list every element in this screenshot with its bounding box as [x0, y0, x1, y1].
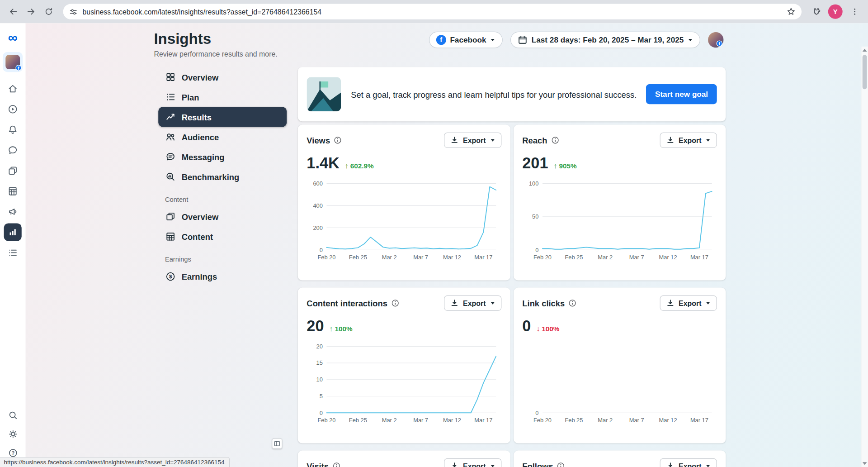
pages-icon: [165, 211, 176, 222]
extensions-button[interactable]: [808, 4, 824, 19]
nav-item-messaging[interactable]: Messaging: [158, 147, 287, 167]
reach-line-chart: 050100Feb 20Feb 25Mar 2Mar 7Mar 12Mar 17: [522, 179, 717, 263]
download-icon: [666, 136, 675, 145]
export-button[interactable]: Export: [660, 295, 717, 311]
svg-text:0: 0: [320, 410, 323, 416]
svg-text:0: 0: [535, 247, 538, 253]
rail-all-tools-button[interactable]: [4, 244, 22, 262]
export-button[interactable]: Export: [444, 133, 501, 148]
follows-card: Follows Export: [514, 451, 726, 467]
svg-text:Mar 17: Mar 17: [474, 254, 492, 261]
nav-item-label: Plan: [182, 92, 199, 102]
rail-insights-button[interactable]: [4, 223, 22, 241]
visits-card: Visits Export: [298, 451, 510, 467]
info-icon[interactable]: [334, 136, 342, 144]
start-new-goal-button[interactable]: Start new goal: [646, 84, 717, 104]
svg-text:Mar 2: Mar 2: [598, 417, 613, 424]
chevron-down-icon: [490, 463, 495, 467]
export-button[interactable]: Export: [660, 458, 717, 467]
search-icon: [8, 410, 18, 420]
results-chart-icon: [165, 111, 176, 122]
svg-text:Mar 7: Mar 7: [413, 417, 428, 424]
rail-home-button[interactable]: [4, 80, 22, 97]
down-arrow-icon: ↓: [537, 325, 540, 333]
scrollbar-thumb[interactable]: [863, 55, 867, 89]
rail-notifications-button[interactable]: [4, 121, 22, 138]
svg-text:0: 0: [535, 410, 538, 416]
nav-item-benchmarking[interactable]: Benchmarking: [158, 167, 287, 187]
export-button[interactable]: Export: [660, 133, 717, 148]
calendar-icon: [518, 35, 528, 45]
meta-logo[interactable]: ∞: [8, 31, 18, 44]
nav-item-earnings[interactable]: $ Earnings: [158, 267, 287, 286]
asset-selector-button[interactable]: f Facebook: [429, 32, 503, 48]
nav-item-results[interactable]: Results: [158, 107, 287, 127]
info-icon[interactable]: [551, 136, 559, 144]
browser-menu-button[interactable]: [847, 4, 862, 19]
forward-button[interactable]: [23, 4, 38, 19]
scroll-up-arrow[interactable]: [863, 49, 867, 52]
home-icon: [7, 83, 18, 94]
nav-item-content[interactable]: Content: [158, 227, 287, 247]
date-range-button[interactable]: Last 28 days: Feb 20, 2025 – Mar 19, 202…: [510, 32, 700, 48]
info-icon[interactable]: [557, 462, 565, 467]
svg-text:Mar 7: Mar 7: [413, 254, 428, 261]
address-bar[interactable]: business.facebook.com/latest/insights/re…: [63, 4, 802, 19]
svg-text:Mar 12: Mar 12: [659, 417, 677, 424]
list-menu-icon: [7, 247, 18, 258]
rail-inbox-button[interactable]: [4, 141, 22, 159]
metric-value: 1.4K: [307, 155, 339, 172]
goal-illustration: [307, 77, 341, 111]
info-icon[interactable]: [392, 299, 399, 307]
back-icon: [8, 6, 19, 17]
rail-business-avatar[interactable]: f: [3, 52, 23, 72]
nav-item-content-overview[interactable]: Overview: [158, 207, 287, 227]
table-icon: [7, 186, 18, 196]
nav-item-label: Benchmarking: [182, 172, 240, 181]
bookmark-star-icon[interactable]: [786, 7, 796, 17]
export-button[interactable]: Export: [444, 458, 501, 467]
info-icon[interactable]: [569, 299, 576, 307]
nav-item-label: Earnings: [182, 272, 217, 281]
page-titles: Insights Review performance results and …: [154, 30, 277, 58]
left-rail: ∞ f: [0, 23, 25, 467]
user-avatar[interactable]: f: [708, 32, 723, 48]
svg-text:Mar 7: Mar 7: [629, 417, 644, 424]
rail-ads-button[interactable]: [4, 203, 22, 220]
nav-item-overview[interactable]: Overview: [158, 67, 287, 87]
browser-profile-avatar[interactable]: Y: [828, 5, 843, 19]
reload-button[interactable]: [41, 4, 57, 19]
svg-text:400: 400: [313, 202, 322, 209]
facebook-icon: f: [436, 35, 446, 45]
forward-icon: [25, 6, 36, 17]
svg-text:Feb 20: Feb 20: [533, 254, 551, 261]
rail-billing-button[interactable]: [4, 182, 22, 200]
nav-item-label: Overview: [182, 212, 219, 221]
card-title: Follows: [522, 461, 553, 467]
metric-value: 20: [307, 318, 324, 335]
info-icon[interactable]: [333, 462, 340, 467]
chevron-down-icon: [705, 300, 711, 306]
export-button[interactable]: Export: [444, 295, 501, 311]
dollar-circle-icon: $: [165, 271, 176, 282]
svg-text:Mar 17: Mar 17: [474, 417, 492, 424]
rail-posts-button[interactable]: [4, 162, 22, 180]
nav-item-plan[interactable]: Plan: [158, 87, 287, 107]
cards-column: Set a goal, track progress and learn hel…: [298, 67, 726, 467]
svg-text:Feb 25: Feb 25: [349, 417, 367, 424]
back-button[interactable]: [5, 4, 21, 19]
rail-settings-button[interactable]: [4, 426, 22, 442]
scroll-down-arrow[interactable]: [863, 462, 867, 465]
nav-item-audience[interactable]: Audience: [158, 127, 287, 147]
card-title: Content interactions: [307, 298, 387, 308]
url-text: business.facebook.com/latest/insights/re…: [82, 8, 782, 16]
site-settings-icon[interactable]: [69, 7, 78, 16]
rail-content-button[interactable]: [4, 100, 22, 118]
chevron-down-icon: [705, 463, 711, 467]
rail-search-button[interactable]: [4, 407, 22, 423]
collapse-nav-button[interactable]: [272, 438, 282, 449]
metric-cards-grid: Views Export 1.4K: [298, 125, 726, 467]
page-subtitle: Review performance results and more.: [154, 50, 277, 58]
svg-text:Mar 12: Mar 12: [443, 417, 461, 424]
svg-text:Mar 2: Mar 2: [382, 417, 397, 424]
